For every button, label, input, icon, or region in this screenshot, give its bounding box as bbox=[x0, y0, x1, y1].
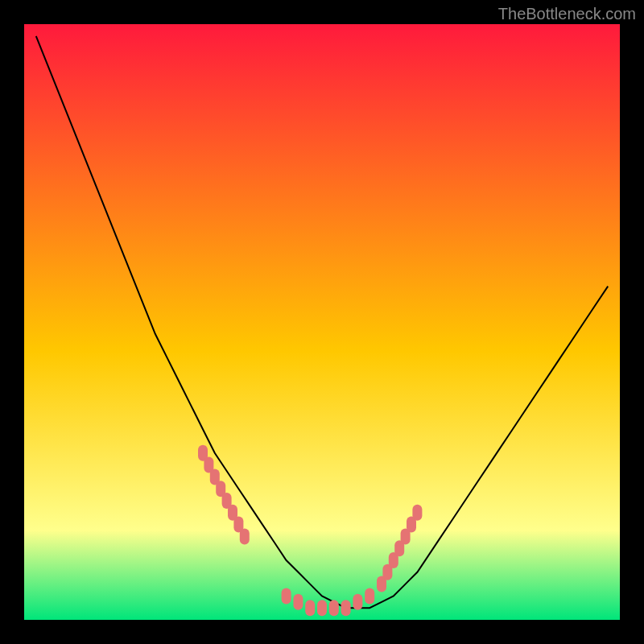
plot-area bbox=[24, 24, 620, 620]
marker-bottom-cluster bbox=[317, 600, 327, 616]
marker-bottom-cluster bbox=[341, 600, 351, 616]
marker-bottom-cluster bbox=[365, 588, 374, 604]
marker-right-cluster bbox=[412, 505, 422, 521]
marker-bottom-cluster bbox=[353, 594, 362, 610]
chart-frame: TheBottleneck.com bbox=[0, 0, 644, 644]
marker-bottom-cluster bbox=[305, 600, 315, 616]
chart-svg bbox=[24, 24, 620, 620]
marker-bottom-cluster bbox=[329, 600, 339, 616]
marker-bottom-cluster bbox=[282, 588, 291, 604]
marker-bottom-cluster bbox=[293, 594, 303, 610]
marker-left-cluster bbox=[240, 528, 250, 544]
watermark-text: TheBottleneck.com bbox=[498, 5, 636, 23]
gradient-background bbox=[24, 24, 620, 620]
